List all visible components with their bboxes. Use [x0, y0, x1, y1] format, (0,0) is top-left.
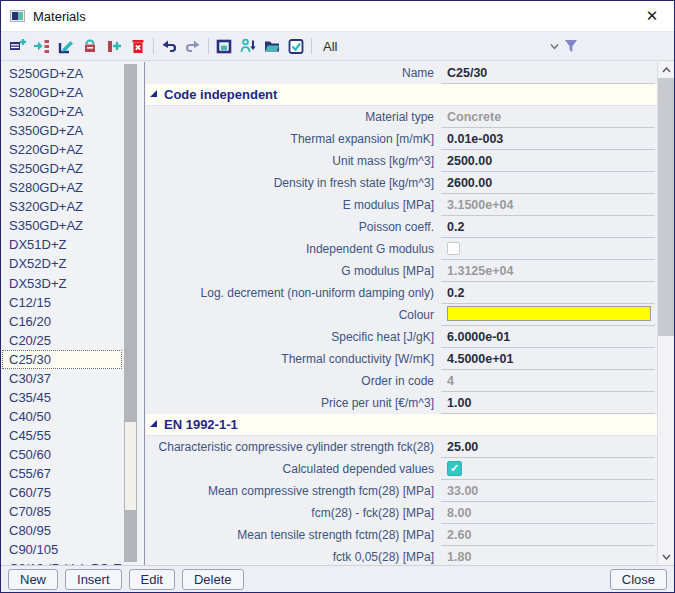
- property-row: Thermal expansion [m/mK]0.01e-003: [146, 128, 657, 150]
- open-folder-icon[interactable]: [260, 34, 284, 58]
- property-row: Characteristic compressive cylinder stre…: [146, 436, 657, 458]
- list-item[interactable]: S350GD+ZA: [2, 121, 122, 140]
- list-item[interactable]: DX53D+Z: [2, 274, 122, 293]
- property-row: Log. decrement (non-uniform damping only…: [146, 282, 657, 304]
- list-item[interactable]: C25/30: [2, 350, 122, 369]
- list-item[interactable]: C45/55: [2, 426, 122, 445]
- list-item[interactable]: DX52D+Z: [2, 254, 122, 273]
- list-item[interactable]: S320GD+AZ: [2, 197, 122, 216]
- property-row: fcm(28) - fck(28) [MPa]8.00: [146, 502, 657, 524]
- collapse-triangle-icon[interactable]: [150, 420, 157, 427]
- table-view-icon[interactable]: [212, 34, 236, 58]
- list-item[interactable]: C16/20: [2, 312, 122, 331]
- toolbar-separator: [208, 38, 209, 54]
- property-value: ✓: [441, 458, 655, 480]
- copy-material-icon[interactable]: [78, 34, 102, 58]
- edit-button[interactable]: Edit: [129, 569, 175, 590]
- new-material-icon[interactable]: [6, 34, 30, 58]
- edit-material-icon[interactable]: [54, 34, 78, 58]
- close-button[interactable]: Close: [610, 569, 667, 590]
- filter-scope-value: All: [323, 39, 337, 54]
- list-item[interactable]: S220GD+AZ: [2, 140, 122, 159]
- list-item[interactable]: S250GD+AZ: [2, 159, 122, 178]
- materials-list-scroll-thumb[interactable]: [125, 422, 136, 510]
- property-row: Density in fresh state [kg/m^3]2600.00: [146, 172, 657, 194]
- scroll-up-icon[interactable]: [658, 62, 674, 78]
- property-value[interactable]: 6.0000e-01: [441, 326, 655, 348]
- import-user-icon[interactable]: [236, 34, 260, 58]
- new-button[interactable]: New: [8, 569, 58, 590]
- property-label: Name: [146, 66, 441, 80]
- property-value: [441, 238, 655, 260]
- property-label: Thermal conductivity [W/mK]: [146, 352, 441, 366]
- list-item[interactable]: C55/67: [2, 464, 122, 483]
- materials-list-panel: S250GD+ZAS280GD+ZAS320GD+ZAS350GD+ZAS220…: [1, 62, 145, 565]
- property-label: Order in code: [146, 374, 441, 388]
- checkbox[interactable]: ✓: [447, 461, 462, 476]
- list-item[interactable]: C20/25: [2, 331, 122, 350]
- property-value: 1.3125e+04: [441, 260, 655, 282]
- property-value[interactable]: C25/30: [441, 62, 655, 84]
- list-item[interactable]: S280GD+AZ: [2, 178, 122, 197]
- materials-list: S250GD+ZAS280GD+ZAS320GD+ZAS350GD+ZAS220…: [2, 64, 122, 565]
- list-item[interactable]: C50/60: [2, 445, 122, 464]
- checkbox[interactable]: [447, 242, 460, 255]
- property-value[interactable]: 0.2: [441, 282, 655, 304]
- property-row: NameC25/30: [146, 62, 657, 84]
- insert-material-icon[interactable]: [30, 34, 54, 58]
- property-value[interactable]: 2500.00: [441, 150, 655, 172]
- property-label: Mean compressive strength fcm(28) [MPa]: [146, 484, 441, 498]
- window-close-button[interactable]: ✕: [639, 3, 665, 29]
- list-item[interactable]: C90/105: [2, 540, 122, 559]
- property-row: Poisson coeff.0.2: [146, 216, 657, 238]
- list-item[interactable]: C12/15: [2, 293, 122, 312]
- property-value[interactable]: 25.00: [441, 436, 655, 458]
- list-item[interactable]: C60/75: [2, 483, 122, 502]
- footer-left-buttons: NewInsertEditDelete: [8, 569, 251, 590]
- list-item[interactable]: C70/85: [2, 502, 122, 521]
- section-title: Code independent: [164, 87, 277, 102]
- property-value[interactable]: 1.00: [441, 392, 655, 414]
- property-value[interactable]: 2600.00: [441, 172, 655, 194]
- list-item[interactable]: C30/37: [2, 369, 122, 388]
- property-value[interactable]: 4.5000e+01: [441, 348, 655, 370]
- property-label: Specific heat [J/gK]: [146, 330, 441, 344]
- paste-material-icon[interactable]: [102, 34, 126, 58]
- delete-material-icon[interactable]: [126, 34, 150, 58]
- filter-scope-dropdown[interactable]: All: [323, 34, 559, 58]
- list-item[interactable]: S320GD+ZA: [2, 102, 122, 121]
- properties-rows: NameC25/30Code independentMaterial typeC…: [146, 62, 657, 565]
- property-value: 3.1500e+04: [441, 194, 655, 216]
- property-row: Mean tensile strength fctm(28) [MPa]2.60: [146, 524, 657, 546]
- property-value[interactable]: 0.2: [441, 216, 655, 238]
- color-swatch[interactable]: [447, 306, 651, 321]
- list-item[interactable]: C80/95: [2, 521, 122, 540]
- properties-scroll-thumb[interactable]: [658, 78, 674, 336]
- accept-check-icon[interactable]: [284, 34, 308, 58]
- property-label: Independent G modulus: [146, 242, 441, 256]
- list-item[interactable]: S250GD+ZA: [2, 64, 122, 83]
- toolbar-separator: [153, 38, 154, 54]
- collapse-triangle-icon[interactable]: [150, 90, 157, 97]
- undo-icon[interactable]: [157, 34, 181, 58]
- insert-button[interactable]: Insert: [65, 569, 122, 590]
- materials-list-scrollbar[interactable]: [124, 64, 137, 562]
- list-item[interactable]: DX51D+Z: [2, 235, 122, 254]
- list-item[interactable]: S280GD+ZA: [2, 83, 122, 102]
- delete-button[interactable]: Delete: [182, 569, 244, 590]
- list-item[interactable]: C35/45: [2, 388, 122, 407]
- properties-scrollbar[interactable]: [657, 62, 674, 565]
- filter-icon[interactable]: [559, 34, 583, 58]
- property-label: Calculated depended values: [146, 462, 441, 476]
- list-item[interactable]: C40/50: [2, 407, 122, 426]
- redo-icon[interactable]: [181, 34, 205, 58]
- list-item[interactable]: S350GD+AZ: [2, 216, 122, 235]
- title-bar: Materials ✕: [1, 1, 674, 31]
- property-row: Material typeConcrete: [146, 106, 657, 128]
- property-label: Density in fresh state [kg/m^3]: [146, 176, 441, 190]
- property-row: fctk 0,05(28) [MPa]1.80: [146, 546, 657, 565]
- section-title: EN 1992-1-1: [164, 417, 238, 432]
- property-value: [441, 304, 655, 326]
- property-value[interactable]: 0.01e-003: [441, 128, 655, 150]
- scroll-down-icon[interactable]: [658, 549, 674, 565]
